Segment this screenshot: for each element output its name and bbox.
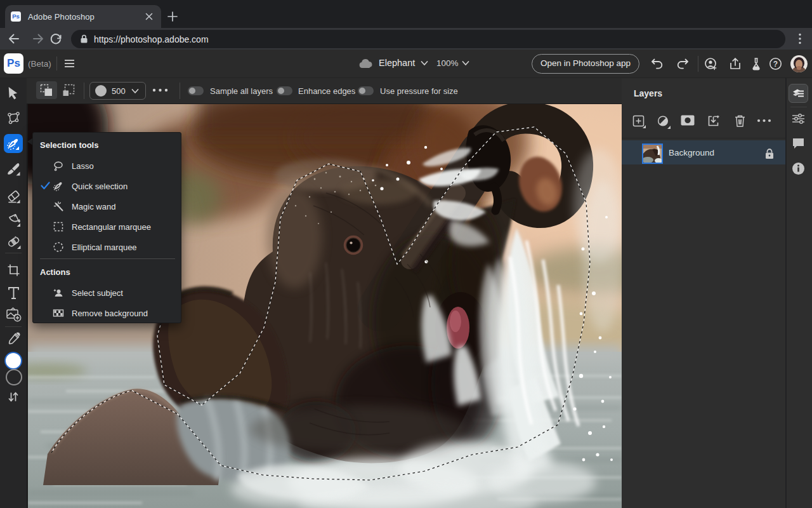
svg-text:?: ?: [773, 60, 778, 69]
